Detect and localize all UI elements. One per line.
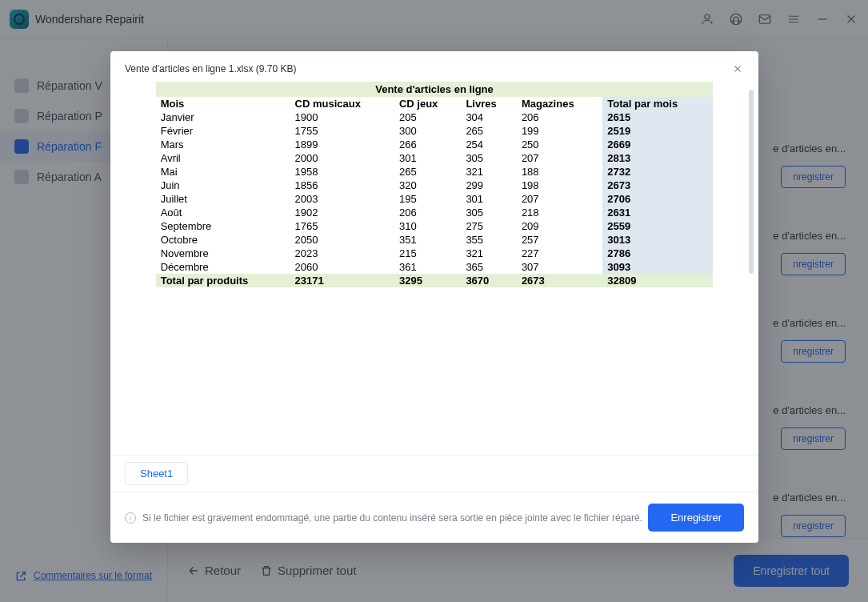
column-header: Total par mois [602,97,713,110]
totals-cell: 2673 [517,274,602,287]
data-table: MoisCD musicauxCD jeuxLivresMagazinesTot… [156,97,714,287]
scrollbar[interactable] [749,90,754,274]
table-cell: 1765 [290,219,394,233]
table-cell: 365 [461,260,516,274]
table-cell: 1856 [290,179,394,192]
table-row: Septembre17653102752092559 [156,219,714,233]
table-cell: Janvier [156,110,290,124]
totals-cell: 32809 [602,274,713,287]
table-cell: 2706 [602,192,713,206]
table-row: Août19022063052182631 [156,206,714,219]
modal-body: Vente d'articles en ligne MoisCD musicau… [110,82,758,455]
table-cell: 2786 [602,247,713,260]
table-cell: 265 [394,165,461,179]
table-cell: 355 [461,233,516,247]
table-row: Novembre20232153212272786 [156,247,714,260]
totals-cell: 3295 [394,274,461,287]
table-cell: 250 [517,138,602,151]
table-cell: 254 [461,138,516,151]
table-cell: 188 [517,165,602,179]
sheet-title: Vente d'articles en ligne [156,82,714,97]
table-cell: 2631 [602,206,713,219]
table-cell: Juillet [156,192,290,206]
table-cell: 1900 [290,110,394,124]
table-cell: 2732 [602,165,713,179]
totals-cell: Total par produits [156,274,290,287]
info-icon: i [125,512,136,524]
table-cell: 361 [394,260,461,274]
table-row: Mai19582653211882732 [156,165,714,179]
table-cell: 2615 [602,110,713,124]
table-cell: 195 [394,192,461,206]
table-cell: 206 [517,110,602,124]
table-cell: Mai [156,165,290,179]
column-header: CD musicaux [290,97,394,110]
sheet-tab[interactable]: Sheet1 [125,462,188,485]
table-row: Janvier19002053042062615 [156,110,714,124]
table-row: Juin18563202991982673 [156,179,714,192]
table-cell: Avril [156,151,290,165]
table-cell: 2023 [290,247,394,260]
table-cell: Septembre [156,219,290,233]
table-cell: Décembre [156,260,290,274]
table-cell: 321 [461,165,516,179]
table-cell: 206 [394,206,461,219]
table-row: Juillet20031953012072706 [156,192,714,206]
preview-modal: Vente d'articles en ligne 1.xlsx (9.70 K… [110,51,758,543]
save-button[interactable]: Enregistrer [648,504,744,532]
column-header: Livres [461,97,516,110]
table-cell: 2060 [290,260,394,274]
column-header: Magazines [517,97,602,110]
spreadsheet-preview: Vente d'articles en ligne MoisCD musicau… [156,82,714,287]
table-cell: 351 [394,233,461,247]
table-cell: 305 [461,206,516,219]
table-cell: 320 [394,179,461,192]
column-header: CD jeux [394,97,461,110]
table-cell: 2559 [602,219,713,233]
table-row: Décembre20603613653073093 [156,260,714,274]
table-cell: 257 [517,233,602,247]
table-cell: Octobre [156,233,290,247]
table-cell: 265 [461,124,516,138]
table-cell: 205 [394,110,461,124]
table-cell: 300 [394,124,461,138]
totals-cell: 3670 [461,274,516,287]
table-cell: 2050 [290,233,394,247]
table-cell: 305 [461,151,516,165]
table-cell: 304 [461,110,516,124]
table-cell: 2519 [602,124,713,138]
table-cell: 227 [517,247,602,260]
table-cell: 218 [517,206,602,219]
table-cell: 2003 [290,192,394,206]
table-cell: 321 [461,247,516,260]
table-cell: 215 [394,247,461,260]
table-cell: Février [156,124,290,138]
table-cell: 1958 [290,165,394,179]
table-cell: 2813 [602,151,713,165]
table-cell: 2673 [602,179,713,192]
table-cell: 199 [517,124,602,138]
table-cell: 209 [517,219,602,233]
table-cell: 207 [517,151,602,165]
totals-cell: 23171 [290,274,394,287]
footer-note: i Si le fichier est gravement endommagé,… [125,512,642,524]
table-cell: 299 [461,179,516,192]
table-cell: 198 [517,179,602,192]
table-cell: 3013 [602,233,713,247]
modal-close-button[interactable] [731,62,744,75]
table-row: Avril20003013052072813 [156,151,714,165]
table-cell: Mars [156,138,290,151]
table-cell: 310 [394,219,461,233]
table-cell: 2669 [602,138,713,151]
table-cell: 207 [517,192,602,206]
table-row: Octobre20503513552573013 [156,233,714,247]
table-cell: 2000 [290,151,394,165]
table-cell: 301 [461,192,516,206]
table-cell: 301 [394,151,461,165]
table-cell: 1899 [290,138,394,151]
table-cell: Août [156,206,290,219]
modal-title: Vente d'articles en ligne 1.xlsx (9.70 K… [125,63,296,74]
table-cell: Novembre [156,247,290,260]
totals-row: Total par produits2317132953670267332809 [156,274,714,287]
table-cell: Juin [156,179,290,192]
